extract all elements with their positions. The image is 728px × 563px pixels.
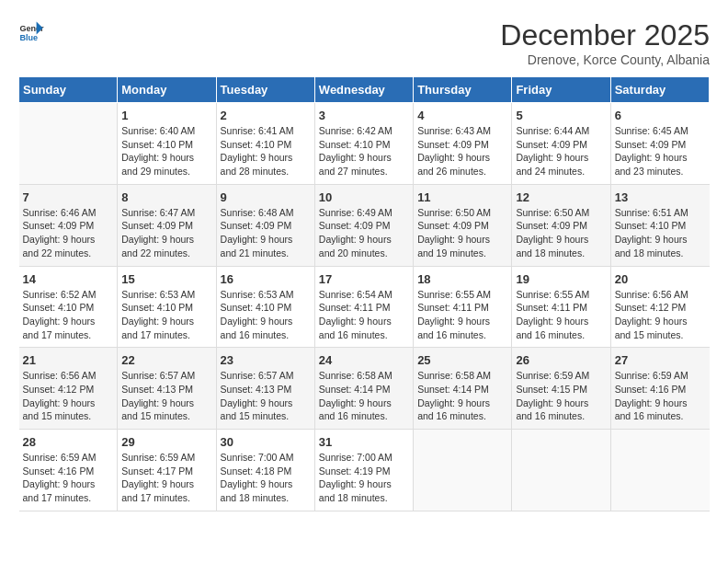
day-info: Sunrise: 6:49 AM Sunset: 4:09 PM Dayligh… [319, 206, 409, 260]
calendar-cell: 18Sunrise: 6:55 AM Sunset: 4:11 PM Dayli… [414, 266, 512, 348]
day-info: Sunrise: 6:59 AM Sunset: 4:16 PM Dayligh… [23, 451, 114, 505]
calendar-cell: 14Sunrise: 6:52 AM Sunset: 4:10 PM Dayli… [19, 266, 118, 348]
calendar-week-row: 7Sunrise: 6:46 AM Sunset: 4:09 PM Daylig… [19, 184, 710, 266]
calendar-cell: 13Sunrise: 6:51 AM Sunset: 4:10 PM Dayli… [610, 184, 709, 266]
day-info: Sunrise: 6:47 AM Sunset: 4:09 PM Dayligh… [121, 206, 211, 260]
day-info: Sunrise: 6:57 AM Sunset: 4:13 PM Dayligh… [221, 369, 311, 423]
calendar-cell: 12Sunrise: 6:50 AM Sunset: 4:09 PM Dayli… [512, 184, 610, 266]
day-number: 7 [23, 190, 114, 204]
day-info: Sunrise: 6:52 AM Sunset: 4:10 PM Dayligh… [23, 288, 114, 342]
calendar-cell: 20Sunrise: 6:56 AM Sunset: 4:12 PM Dayli… [610, 266, 709, 348]
month-title: December 2025 [500, 18, 710, 52]
calendar-week-row: 21Sunrise: 6:56 AM Sunset: 4:12 PM Dayli… [19, 348, 710, 430]
weekday-header: Tuesday [216, 77, 314, 103]
weekday-header: Sunday [19, 77, 118, 103]
calendar-cell: 3Sunrise: 6:42 AM Sunset: 4:10 PM Daylig… [314, 103, 413, 185]
location: Drenove, Korce County, Albania [500, 52, 710, 67]
weekday-header: Wednesday [314, 77, 413, 103]
calendar-cell: 1Sunrise: 6:40 AM Sunset: 4:10 PM Daylig… [118, 103, 216, 185]
day-number: 10 [319, 190, 409, 204]
calendar-week-row: 14Sunrise: 6:52 AM Sunset: 4:10 PM Dayli… [19, 266, 710, 348]
day-info: Sunrise: 6:42 AM Sunset: 4:10 PM Dayligh… [319, 124, 409, 178]
calendar-cell: 10Sunrise: 6:49 AM Sunset: 4:09 PM Dayli… [314, 184, 413, 266]
day-number: 31 [319, 435, 409, 449]
day-info: Sunrise: 6:59 AM Sunset: 4:15 PM Dayligh… [516, 369, 606, 423]
day-number: 22 [121, 353, 211, 367]
calendar-cell: 30Sunrise: 7:00 AM Sunset: 4:18 PM Dayli… [216, 430, 314, 511]
day-info: Sunrise: 6:55 AM Sunset: 4:11 PM Dayligh… [516, 288, 606, 342]
calendar-cell [414, 430, 512, 511]
calendar-cell: 4Sunrise: 6:43 AM Sunset: 4:09 PM Daylig… [414, 103, 512, 185]
day-info: Sunrise: 6:48 AM Sunset: 4:09 PM Dayligh… [221, 206, 311, 260]
day-info: Sunrise: 7:00 AM Sunset: 4:19 PM Dayligh… [319, 451, 409, 505]
calendar-cell: 9Sunrise: 6:48 AM Sunset: 4:09 PM Daylig… [216, 184, 314, 266]
logo: General Blue [18, 18, 44, 44]
day-number: 3 [319, 109, 409, 122]
calendar-cell: 5Sunrise: 6:44 AM Sunset: 4:09 PM Daylig… [512, 103, 610, 185]
calendar-cell: 21Sunrise: 6:56 AM Sunset: 4:12 PM Dayli… [19, 348, 118, 430]
day-number: 26 [516, 353, 606, 367]
day-number: 29 [121, 435, 211, 449]
day-number: 5 [516, 109, 606, 122]
day-info: Sunrise: 6:56 AM Sunset: 4:12 PM Dayligh… [23, 369, 114, 423]
day-number: 18 [417, 272, 507, 286]
day-info: Sunrise: 6:44 AM Sunset: 4:09 PM Dayligh… [516, 124, 606, 178]
day-info: Sunrise: 6:53 AM Sunset: 4:10 PM Dayligh… [121, 288, 211, 342]
day-number: 1 [121, 109, 211, 122]
svg-text:Blue: Blue [19, 33, 38, 42]
day-info: Sunrise: 6:53 AM Sunset: 4:10 PM Dayligh… [221, 288, 311, 342]
day-number: 15 [121, 272, 211, 286]
calendar-cell: 31Sunrise: 7:00 AM Sunset: 4:19 PM Dayli… [314, 430, 413, 511]
day-number: 27 [615, 353, 706, 367]
day-number: 30 [221, 435, 311, 449]
day-info: Sunrise: 6:41 AM Sunset: 4:10 PM Dayligh… [221, 124, 311, 178]
weekday-header: Thursday [414, 77, 512, 103]
calendar-cell: 11Sunrise: 6:50 AM Sunset: 4:09 PM Dayli… [414, 184, 512, 266]
day-number: 12 [516, 190, 606, 204]
logo-icon: General Blue [18, 18, 44, 44]
day-number: 4 [417, 109, 507, 122]
calendar-week-row: 28Sunrise: 6:59 AM Sunset: 4:16 PM Dayli… [19, 430, 710, 511]
day-info: Sunrise: 6:50 AM Sunset: 4:09 PM Dayligh… [516, 206, 606, 260]
calendar-cell: 15Sunrise: 6:53 AM Sunset: 4:10 PM Dayli… [118, 266, 216, 348]
weekday-header-row: SundayMondayTuesdayWednesdayThursdayFrid… [19, 77, 710, 103]
day-number: 21 [23, 353, 114, 367]
calendar-cell [19, 103, 118, 185]
calendar-cell: 28Sunrise: 6:59 AM Sunset: 4:16 PM Dayli… [19, 430, 118, 511]
calendar-cell: 8Sunrise: 6:47 AM Sunset: 4:09 PM Daylig… [118, 184, 216, 266]
calendar-cell: 19Sunrise: 6:55 AM Sunset: 4:11 PM Dayli… [512, 266, 610, 348]
day-info: Sunrise: 6:51 AM Sunset: 4:10 PM Dayligh… [615, 206, 706, 260]
day-info: Sunrise: 6:57 AM Sunset: 4:13 PM Dayligh… [121, 369, 211, 423]
weekday-header: Saturday [610, 77, 709, 103]
weekday-header: Monday [118, 77, 216, 103]
calendar-cell: 16Sunrise: 6:53 AM Sunset: 4:10 PM Dayli… [216, 266, 314, 348]
day-info: Sunrise: 6:43 AM Sunset: 4:09 PM Dayligh… [417, 124, 507, 178]
calendar-cell: 26Sunrise: 6:59 AM Sunset: 4:15 PM Dayli… [512, 348, 610, 430]
day-info: Sunrise: 6:58 AM Sunset: 4:14 PM Dayligh… [417, 369, 507, 423]
calendar-cell [610, 430, 709, 511]
calendar-cell: 2Sunrise: 6:41 AM Sunset: 4:10 PM Daylig… [216, 103, 314, 185]
day-number: 25 [417, 353, 507, 367]
day-number: 24 [319, 353, 409, 367]
calendar-cell: 27Sunrise: 6:59 AM Sunset: 4:16 PM Dayli… [610, 348, 709, 430]
day-number: 19 [516, 272, 606, 286]
day-number: 14 [23, 272, 114, 286]
calendar-week-row: 1Sunrise: 6:40 AM Sunset: 4:10 PM Daylig… [19, 103, 710, 185]
calendar-cell: 23Sunrise: 6:57 AM Sunset: 4:13 PM Dayli… [216, 348, 314, 430]
day-info: Sunrise: 6:54 AM Sunset: 4:11 PM Dayligh… [319, 288, 409, 342]
day-info: Sunrise: 6:58 AM Sunset: 4:14 PM Dayligh… [319, 369, 409, 423]
day-info: Sunrise: 6:40 AM Sunset: 4:10 PM Dayligh… [121, 124, 211, 178]
day-info: Sunrise: 6:56 AM Sunset: 4:12 PM Dayligh… [615, 288, 706, 342]
calendar-cell: 29Sunrise: 6:59 AM Sunset: 4:17 PM Dayli… [118, 430, 216, 511]
day-info: Sunrise: 6:45 AM Sunset: 4:09 PM Dayligh… [615, 124, 706, 178]
calendar-cell: 22Sunrise: 6:57 AM Sunset: 4:13 PM Dayli… [118, 348, 216, 430]
day-number: 17 [319, 272, 409, 286]
day-info: Sunrise: 6:55 AM Sunset: 4:11 PM Dayligh… [417, 288, 507, 342]
day-number: 23 [221, 353, 311, 367]
weekday-header: Friday [512, 77, 610, 103]
day-number: 16 [221, 272, 311, 286]
day-number: 13 [615, 190, 706, 204]
page-header: General Blue December 2025 Drenove, Korc… [18, 18, 710, 67]
calendar-cell: 7Sunrise: 6:46 AM Sunset: 4:09 PM Daylig… [19, 184, 118, 266]
title-block: December 2025 Drenove, Korce County, Alb… [500, 18, 710, 67]
